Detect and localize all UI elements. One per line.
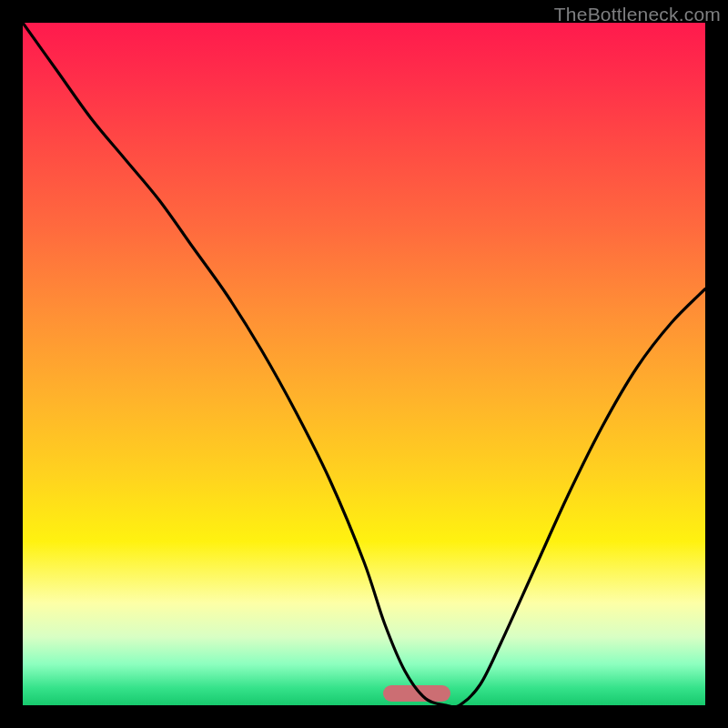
chart-frame: TheBottleneck.com [0, 0, 728, 728]
bottleneck-curve [23, 23, 705, 705]
watermark-text: TheBottleneck.com [554, 4, 721, 25]
